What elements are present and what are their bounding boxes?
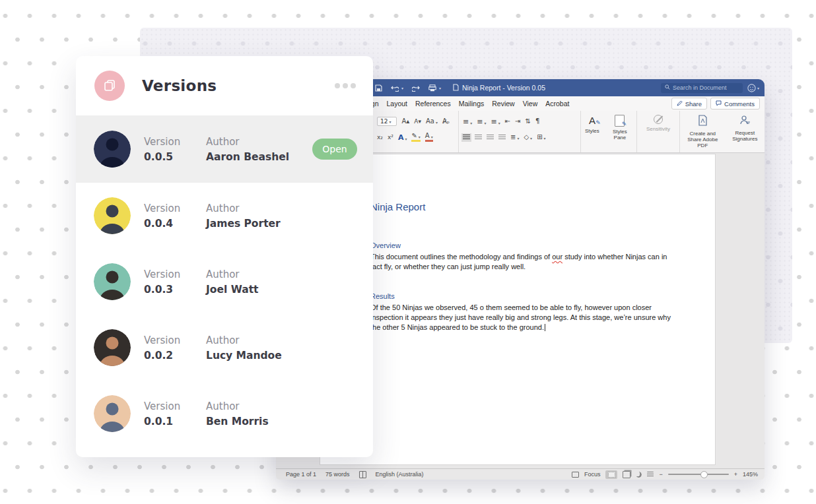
version-row[interactable]: Version0.0.2 AuthorLucy Mandoe [76, 315, 373, 381]
comments-button[interactable]: Comments [710, 98, 760, 110]
versions-header: Versions [76, 56, 373, 115]
redo-icon[interactable] [412, 84, 420, 92]
save-icon[interactable] [375, 84, 382, 92]
shrink-font-icon[interactable] [414, 119, 421, 125]
sensitivity-button[interactable]: Sensitivity [641, 115, 675, 132]
decrease-indent-icon[interactable] [505, 118, 510, 125]
zoom-out-button[interactable]: − [659, 471, 662, 478]
version-value: 0.0.5 [144, 151, 193, 163]
author-label: Author [206, 136, 289, 148]
styles-pane-icon [615, 115, 625, 127]
undo-dropdown-icon[interactable]: ▾ [401, 86, 403, 90]
align-center-icon[interactable] [475, 135, 482, 141]
font-size-select[interactable]: 12 [377, 117, 397, 126]
multilevel-list-icon[interactable] [491, 118, 500, 125]
ribbon-group-paragraph [459, 111, 581, 152]
version-row[interactable]: Version0.0.4 AuthorJames Porter [76, 183, 373, 249]
zoom-level[interactable]: 145% [743, 471, 758, 478]
request-signatures-button[interactable]: Request Signatures [730, 115, 761, 149]
proofing-icon[interactable] [359, 471, 366, 478]
zoom-slider-thumb[interactable] [700, 471, 708, 478]
share-button[interactable]: Share [671, 98, 707, 110]
clear-formatting-icon[interactable] [442, 118, 450, 125]
subscript-icon[interactable] [377, 135, 383, 141]
versions-menu-button[interactable] [335, 83, 356, 88]
author-value: James Porter [206, 218, 281, 230]
web-layout-view-icon[interactable] [623, 471, 630, 478]
print-layout-view-button[interactable] [605, 470, 617, 479]
version-row[interactable]: Version0.0.3 AuthorJoel Watt [76, 249, 373, 315]
font-color-icon[interactable] [425, 133, 433, 142]
tab-review[interactable]: Review [492, 100, 514, 108]
outline-view-icon[interactable] [647, 472, 654, 478]
version-row[interactable]: Version0.0.1 AuthorBen Morris [76, 381, 373, 447]
increase-indent-icon[interactable] [515, 118, 520, 125]
search-icon [665, 84, 670, 91]
document-icon [453, 84, 459, 92]
status-bar: Page 1 of 1 75 words English (Australia)… [276, 468, 765, 480]
document-page[interactable]: Ninja Report Overview This document outl… [320, 154, 715, 464]
line-spacing-icon[interactable] [510, 134, 519, 141]
version-label: Version [144, 268, 193, 280]
styles-pane-button[interactable]: Styles Pane [607, 115, 632, 141]
versions-header-icon-circle [94, 71, 125, 101]
versions-card: Versions Version0.0.5 AuthorAaron Beashe… [76, 56, 373, 457]
adobe-pdf-icon [698, 115, 708, 129]
author-label: Author [206, 268, 258, 280]
window-title: Ninja Report - Version 0.05 [462, 84, 545, 92]
author-label: Author [206, 203, 281, 214]
feedback-smiley-icon[interactable]: ▾ [747, 84, 759, 92]
page-count[interactable]: Page 1 of 1 [286, 471, 316, 478]
grow-font-icon[interactable] [401, 118, 409, 125]
shading-icon[interactable] [524, 134, 532, 141]
avatar [94, 131, 131, 168]
print-icon[interactable] [428, 84, 436, 92]
doc-heading-results: Results [370, 292, 681, 301]
bullets-icon[interactable] [463, 118, 472, 125]
author-value: Ben Morris [206, 416, 269, 427]
styles-button[interactable]: A Styles [585, 115, 599, 141]
tab-view[interactable]: View [523, 100, 538, 108]
show-paragraph-marks-icon[interactable] [535, 118, 539, 125]
tab-layout[interactable]: Layout [386, 100, 407, 108]
focus-label[interactable]: Focus [584, 471, 601, 478]
version-row[interactable]: Version0.0.5 AuthorAaron Beashel Open [76, 115, 373, 183]
tab-references[interactable]: References [415, 100, 451, 108]
version-value: 0.0.3 [144, 284, 193, 296]
open-button[interactable]: Open [312, 139, 357, 160]
version-label: Version [144, 400, 193, 412]
create-adobe-pdf-button[interactable]: Create and Share Adobe PDF [684, 115, 722, 149]
align-right-icon[interactable] [487, 135, 494, 141]
superscript-icon[interactable] [388, 135, 393, 141]
word-count[interactable]: 75 words [325, 471, 350, 478]
comment-icon [716, 100, 722, 108]
avatar [94, 197, 131, 234]
author-value: Lucy Mandoe [206, 350, 282, 362]
doc-heading-overview: Overview [370, 241, 681, 251]
focus-icon[interactable] [572, 472, 579, 478]
justify-icon[interactable] [498, 135, 506, 141]
align-left-icon[interactable] [463, 135, 470, 141]
ribbon-group-font: 12 [373, 111, 459, 152]
ribbon-group-styles: A Styles Styles Pane [581, 111, 637, 152]
search-input[interactable]: Search in Document [661, 83, 743, 93]
text-effects-icon[interactable] [398, 134, 407, 141]
change-case-icon[interactable] [426, 118, 438, 125]
titlebar-right: Search in Document ▾ [661, 79, 759, 96]
borders-icon[interactable] [537, 134, 545, 141]
language-status[interactable]: English (Australia) [376, 471, 424, 478]
sort-icon[interactable] [525, 118, 530, 125]
author-value: Joel Watt [206, 284, 258, 296]
zoom-slider[interactable] [668, 474, 729, 475]
tab-mailings[interactable]: Mailings [459, 100, 485, 108]
zoom-in-button[interactable]: + [734, 471, 737, 478]
highlight-color-icon[interactable] [411, 133, 420, 142]
undo-icon[interactable] [391, 84, 399, 92]
version-value: 0.0.2 [144, 350, 193, 362]
immersive-view-icon[interactable] [636, 472, 642, 478]
toolbar-overflow-icon[interactable]: ▾ [439, 86, 441, 90]
version-label: Version [144, 136, 193, 148]
tab-acrobat[interactable]: Acrobat [545, 100, 569, 108]
numbering-icon[interactable] [477, 118, 486, 125]
quick-access-toolbar: ▾ ▾ [375, 84, 441, 92]
